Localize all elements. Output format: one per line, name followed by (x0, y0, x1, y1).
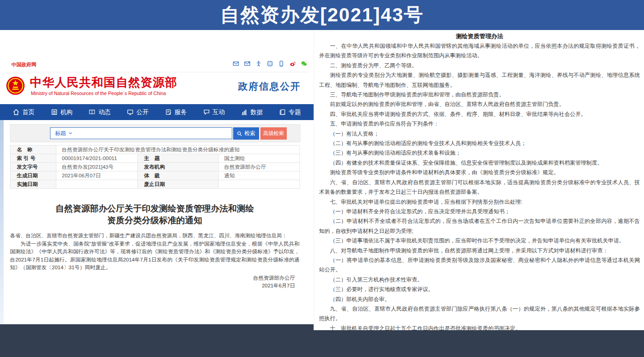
meta-value: 国土测绘 (219, 154, 300, 163)
meta-label: 体 裁 (137, 171, 219, 180)
meta-value: 通知 (219, 171, 300, 180)
mail-alt-icon[interactable] (244, 60, 250, 67)
notice-title: 自然资源部办公厅关于印发测绘资质管理办法和测绘 资质分类分级标准的通知 (10, 203, 300, 226)
news-icon (89, 109, 95, 116)
regulation-paragraph: （三）申请事项依法不属于本审批机关职责范围的，应当即时作出不予受理的决定，并告知… (319, 236, 640, 246)
meta-label: 废止日期 (137, 180, 219, 189)
meta-label: 实施日期 (10, 180, 56, 189)
regulation-paragraph: 五、申请测绘资质的单位应当符合下列条件： (319, 119, 640, 129)
regulation-paragraph: 六、省、自治区、直辖市人民政府自然资源主管部门可以根据本地实际，适当提高测绘资质… (319, 178, 640, 197)
nav-item-news[interactable]: 动态 (89, 108, 110, 116)
regulation-title: 测绘资质管理办法 (319, 32, 640, 40)
meta-label: 索 引 号 (10, 154, 56, 163)
topbar-divider (5, 72, 309, 72)
regulation-paragraph: （三）必要时，进行实地核查或专家评议。 (319, 285, 640, 294)
table-row: 名 称自然资源部办公厅关于印发测绘资质管理办法和测绘资质分类分级标准的通知 (10, 146, 300, 154)
meta-value: 自然资办发[2021]43号 (56, 163, 138, 171)
gov-info-disclosure-title[interactable]: 政府信息公开 (238, 80, 301, 93)
ministry-name-en: Ministry of Natural Resources of the Peo… (31, 91, 166, 96)
presentation-slide: 自然资办发[2021]43号 中国政府网 中华人民共和国自然资源部 Minist… (0, 0, 644, 357)
nav-item-label: 专题 (289, 108, 301, 116)
notice-date: 2021年6月7日 (10, 282, 295, 290)
nav-item-orgs[interactable]: 机构 (51, 108, 73, 116)
data-icon (241, 109, 248, 116)
search-button-label: 检索 (245, 130, 255, 137)
topics-icon (279, 109, 286, 116)
app-icon[interactable] (267, 60, 273, 67)
regulation-paragraph: 九、省、自治区、直辖市人民政府自然资源主管部门除应严格执行第八条（一）的规定外，… (319, 304, 640, 324)
regulation-paragraph: 八、对导航电子地图制作甲级测绘资质的审批，自然资源部将通过网上受理，并采用以下方… (319, 246, 640, 256)
notice-document: 自然资源部办公厅关于印发测绘资质管理办法和测绘 资质分类分级标准的通知 各省、自… (10, 203, 300, 290)
search-button[interactable]: 检索 (233, 127, 259, 140)
gov-portal-link[interactable]: 中国政府网 (11, 61, 36, 68)
search-bar: 标题 检索 高级检索 (10, 124, 300, 142)
slide-title-banner: 自然资办发[2021]43号 (0, 0, 644, 30)
regulation-paragraph: （四）有健全的技术和质量保证体系、安全保障措施、信息安全保密管理制度以及测绘成果… (319, 158, 640, 168)
wechat-icon[interactable] (301, 60, 307, 67)
notice-paragraph: 各省、自治区、直辖市自然资源主管部门，新疆生产建设兵团自然资源局，陕西、黑龙江、… (10, 232, 300, 240)
nav-item-topics[interactable]: 专题 (279, 108, 301, 116)
regulation-paragraph: 四、审批机关应当将申请测绘资质的方式、依据、条件、程序、期限、材料目录、审批结果… (319, 110, 640, 119)
topbar-icon-row (233, 60, 307, 67)
table-row: 生成日期2021年06月07日体 裁通知 (10, 171, 300, 180)
meta-label: 发文字号 (10, 163, 56, 171)
regulation-text-panel: 测绘资质管理办法 一、在中华人民共和国领域和中华人民共和国管辖的其他海域从事测绘… (314, 30, 644, 330)
regulation-paragraph: 七、审批机关对申请单位提出的测绘资质申请，应当根据下列情形分别作出处理: (319, 197, 640, 207)
nav-item-interaction[interactable]: 互动 (203, 108, 225, 116)
regulation-paragraph: （一）将申请单位的基本信息、所申请测绘资质类别等级及除涉及国家秘密、商业秘密和个… (319, 256, 640, 275)
mail-icon[interactable] (233, 60, 239, 67)
nav-item-home[interactable]: 首页 (13, 108, 35, 116)
meta-label: 名 称 (10, 146, 56, 154)
interact-icon (203, 109, 210, 116)
search-icon (237, 131, 242, 136)
regulation-paragraph: （四）部机关内部会审。 (319, 295, 640, 304)
meta-value: 000019174/2021-00011 (56, 154, 138, 163)
regulation-paragraph: 二、测绘资质分为甲、乙两个等级。 (319, 61, 640, 70)
nav-item-label: 机构 (60, 108, 73, 116)
notice-paragraph: 为进一步落实党中央、国务院“放管服”改革要求，促进地理信息产业发展，维护国家地理… (10, 240, 300, 272)
meta-value: 自然资源部办公厅 (219, 163, 300, 171)
ministry-name-cn: 中华人民共和国自然资源部 (30, 75, 177, 91)
mobile-icon[interactable] (278, 60, 285, 67)
document-metadata-table: 名 称自然资源部办公厅关于印发测绘资质管理办法和测绘资质分类分级标准的通知索 引… (10, 145, 300, 189)
site-navbar: 首页机构动态公开服务互动数据专题 (0, 104, 314, 120)
regulation-paragraph: （二）有与从事的测绘活动相适应的测绘专业技术人员和测绘相关专业技术人员； (319, 139, 640, 148)
table-row: 索 引 号000019174/2021-00011主 题国土测绘 (10, 154, 300, 163)
search-input[interactable]: 标题 (50, 127, 232, 139)
service-icon (165, 109, 172, 116)
regulation-body: 一、在中华人民共和国领域和中华人民共和国管辖的其他海域从事测绘活动的单位，应当依… (319, 41, 640, 330)
regulation-paragraph: 十、审批机关自受理之日起十五个工作日内作出是否批准测绘资质的书面决定。 (319, 324, 640, 330)
nav-item-services[interactable]: 服务 (165, 108, 187, 116)
ministry-website-screenshot: 中国政府网 中华人民共和国自然资源部 Ministry of Natural R… (0, 30, 314, 324)
nav-item-label: 数据 (250, 108, 263, 116)
advanced-search-label: 高级检索 (263, 130, 284, 137)
weibo-icon[interactable] (290, 60, 296, 67)
nav-item-label: 服务 (175, 108, 187, 116)
advanced-search-button[interactable]: 高级检索 (260, 127, 287, 140)
notice-signature: 自然资源部办公厅 2021年6月7日 (10, 274, 300, 290)
nav-item-label: 公开 (136, 108, 149, 116)
national-emblem-logo (6, 74, 25, 98)
notice-title-line2: 资质分类分级标准的通知 (10, 215, 300, 226)
chevron-down-icon (68, 131, 73, 136)
meta-value (56, 180, 138, 189)
accessibility-icon[interactable] (255, 60, 262, 67)
nav-item-disclosure[interactable]: 公开 (127, 108, 149, 116)
notice-signer: 自然资源部办公厅 (10, 274, 295, 282)
nav-item-data[interactable]: 数据 (241, 108, 263, 116)
disclosure-icon (127, 109, 134, 116)
org-icon (51, 109, 58, 116)
table-row: 实施日期废止日期 (10, 180, 300, 189)
nav-item-label: 互动 (213, 108, 225, 116)
regulation-paragraph: （二）申请材料不齐全或者不符合法定形式的，应当当场或者在五个工作日内一次告知申请… (319, 216, 640, 236)
page-background-strip (0, 120, 4, 324)
meta-label: 生成日期 (10, 171, 56, 180)
meta-value (219, 180, 300, 189)
regulation-paragraph: 前款规定以外的测绘资质的审批和管理，由省、自治区、直辖市人民政府自然资源主管部门… (319, 100, 640, 109)
search-field-selector[interactable]: 标题 (55, 130, 66, 137)
meta-label: 发布机构 (137, 163, 219, 171)
meta-value: 自然资源部办公厅关于印发测绘资质管理办法和测绘资质分类分级标准的通知 (56, 146, 300, 154)
notice-title-line1: 自然资源部办公厅关于印发测绘资质管理办法和测绘 (10, 203, 300, 215)
nav-item-label: 首页 (22, 108, 35, 116)
regulation-paragraph: 测绘资质等级专业类别的申请条件和申请材料的具体要求，由《测绘资质分类分级标准》规… (319, 168, 640, 177)
